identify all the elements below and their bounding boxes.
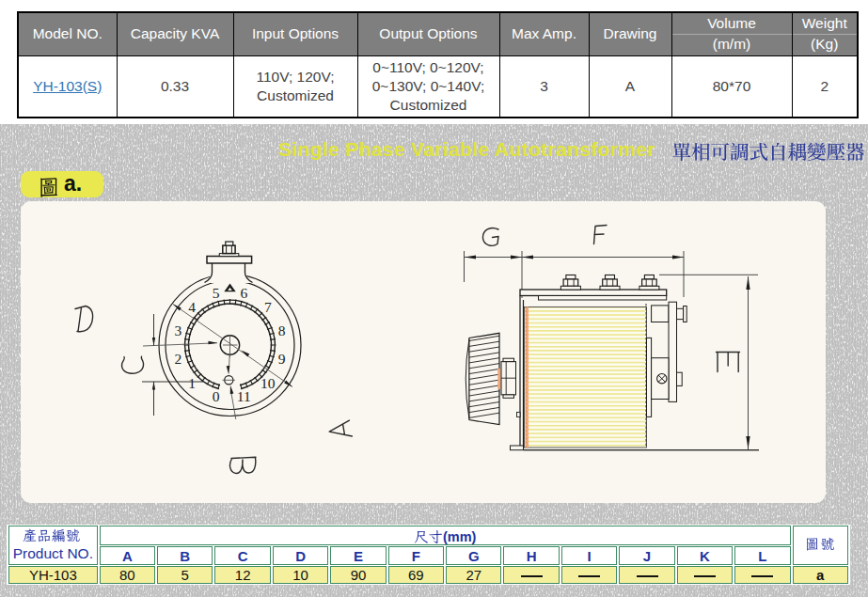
svg-text:3: 3: [175, 322, 182, 338]
svg-text:4: 4: [188, 299, 196, 315]
svg-text:2: 2: [175, 351, 182, 367]
svg-text:6: 6: [240, 285, 247, 301]
svg-text:8: 8: [278, 322, 286, 338]
svg-text:10: 10: [260, 375, 276, 391]
svg-text:1: 1: [188, 375, 196, 391]
svg-text:5: 5: [213, 285, 220, 301]
svg-text:7: 7: [264, 299, 272, 315]
svg-text:11: 11: [237, 388, 251, 404]
svg-text:9: 9: [278, 351, 286, 367]
svg-text:0: 0: [213, 388, 220, 404]
